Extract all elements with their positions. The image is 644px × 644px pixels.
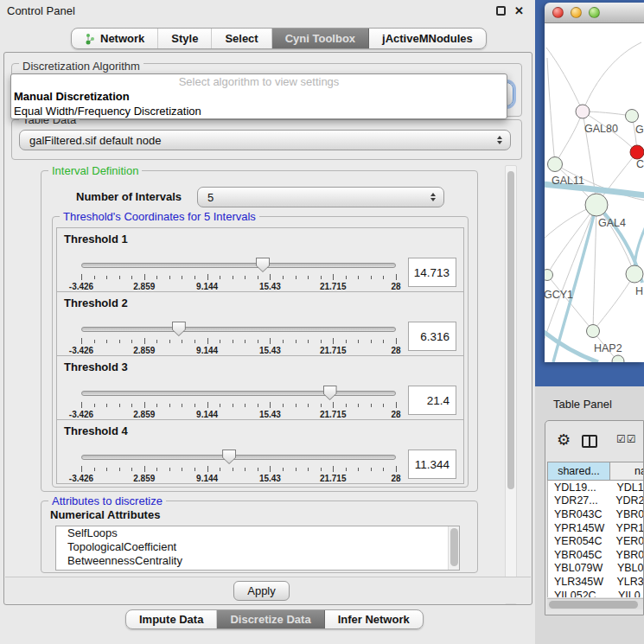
tab-jactivemnodules[interactable]: jActiveMNodules — [369, 29, 486, 48]
tab-discretize-data[interactable]: Discretize Data — [217, 610, 324, 628]
tick-label: 15.43 — [259, 346, 281, 355]
slider-track[interactable] — [81, 391, 396, 396]
tab-impute-data[interactable]: Impute Data — [126, 610, 217, 628]
node-h[interactable] — [626, 265, 643, 283]
table-scrollbar-thumb[interactable] — [549, 601, 638, 609]
apply-button[interactable]: Apply — [233, 581, 290, 601]
threshold-slider-4[interactable]: -3.4262.8599.14415.4321.71528 — [81, 444, 396, 484]
threshold-panel-4: Threshold 4-3.4262.8599.14415.4321.71528… — [56, 419, 464, 484]
table-data-combobox[interactable]: galFiltered.sif default node — [19, 130, 511, 150]
table-row[interactable]: YDL19...YDL1 — [548, 481, 643, 494]
threshold-value-field[interactable]: 21.4 — [408, 386, 456, 415]
tab-select[interactable]: Select — [212, 29, 271, 48]
threshold-slider-2[interactable]: -3.4262.8599.14415.4321.71528 — [81, 316, 396, 356]
tick-mark — [245, 276, 245, 279]
apply-row: Apply — [5, 577, 531, 603]
slider-thumb[interactable] — [222, 450, 236, 464]
tick-mark — [220, 340, 220, 343]
node-gal11[interactable] — [548, 157, 563, 172]
table-row[interactable]: YDR27...YDR2 — [548, 494, 643, 508]
zoom-traffic-light-icon[interactable] — [589, 7, 600, 18]
combo-arrows-icon — [430, 193, 436, 201]
node-red-selected[interactable] — [630, 145, 644, 159]
tick-mark — [270, 338, 271, 344]
cell-name: YBR0 — [609, 549, 643, 561]
cyni-toolbox-panel: Discretization Algorithm Select algorith… — [3, 52, 532, 605]
tick-mark — [220, 468, 220, 471]
table-row[interactable]: YBL079WYBL0 — [548, 562, 643, 576]
panel-vertical-scrollbar[interactable] — [505, 165, 517, 604]
select-columns-icon[interactable] — [616, 433, 637, 445]
close-icon[interactable] — [514, 6, 524, 16]
table-row[interactable]: YBR045CYBR0 — [548, 548, 643, 562]
node-gal80[interactable] — [576, 105, 590, 118]
column-header-shared-name[interactable]: shared... — [548, 462, 610, 480]
list-item-topologicalcoefficient[interactable]: TopologicalCoefficient — [56, 540, 459, 554]
numerical-attributes-list[interactable]: SelfLoopsTopologicalCoefficientBetweenne… — [55, 526, 460, 571]
tick-mark — [131, 340, 132, 343]
tab-infer-network[interactable]: Infer Network — [325, 610, 423, 628]
table-row[interactable]: YIL052CYIL0 — [548, 589, 643, 597]
tick-mark — [182, 468, 182, 471]
column-header-name[interactable]: na — [610, 462, 643, 480]
node-top-right[interactable] — [626, 110, 639, 123]
tick-mark — [396, 338, 397, 344]
number-of-intervals-value: 5 — [207, 191, 214, 204]
tick-label: 21.715 — [320, 346, 347, 355]
cell-name: YDR2 — [608, 494, 643, 507]
number-of-intervals-combobox[interactable]: 5 — [197, 187, 444, 207]
slider-track[interactable] — [81, 263, 396, 268]
threshold-label: Threshold 3 — [64, 360, 456, 373]
network-canvas[interactable]: GAL80 G C GAL11 GAL4 GCY1 H HAP2 — [545, 23, 644, 362]
tick-mark — [346, 340, 347, 343]
table-row[interactable]: YLR345WYLR3 — [548, 575, 643, 589]
tick-mark — [308, 340, 309, 343]
tick-label: 2.859 — [133, 474, 155, 483]
list-item-selfloops[interactable]: SelfLoops — [56, 526, 459, 540]
node-gal4[interactable] — [585, 194, 608, 216]
list-scrollbar-thumb[interactable] — [450, 528, 458, 566]
panel-scrollbar-thumb[interactable] — [507, 171, 514, 489]
table-row[interactable]: YBR043CYBR0 — [548, 507, 643, 521]
slider-thumb[interactable] — [323, 386, 337, 400]
table-row[interactable]: YPR145WYPR1 — [548, 521, 643, 535]
node-hap2[interactable] — [587, 325, 600, 338]
tab-style[interactable]: Style — [158, 29, 212, 48]
tick-mark — [106, 276, 107, 279]
tick-label: 15.43 — [259, 410, 281, 419]
slider-track[interactable] — [81, 327, 396, 332]
algorithm-option-2[interactable]: Equal Width/Frequency Discretization — [11, 104, 507, 118]
list-item-betweennesscentrality[interactable]: BetweennessCentrality — [56, 554, 459, 568]
threshold-panels: Threshold 1-3.4262.8599.14415.4321.71528… — [56, 227, 464, 484]
list-scrollbar[interactable] — [448, 526, 459, 570]
threshold-slider-1[interactable]: -3.4262.8599.14415.4321.71528 — [81, 252, 396, 292]
network-window-titlebar[interactable] — [545, 3, 644, 23]
float-window-icon[interactable] — [496, 6, 506, 16]
minimize-traffic-light-icon[interactable] — [571, 7, 582, 18]
threshold-value-field[interactable]: 11.344 — [408, 450, 456, 479]
threshold-slider-3[interactable]: -3.4262.8599.14415.4321.71528 — [81, 380, 396, 420]
cell-name: YBR0 — [609, 508, 643, 520]
cell-name: YLR3 — [609, 576, 643, 588]
threshold-value-field[interactable]: 6.316 — [408, 322, 456, 351]
gear-icon[interactable] — [557, 430, 571, 450]
close-traffic-light-icon[interactable] — [552, 7, 564, 18]
table-row[interactable]: YER054CYER0 — [548, 534, 643, 548]
slider-thumb[interactable] — [172, 322, 186, 336]
tab-cyni-toolbox[interactable]: Cyni Toolbox — [272, 29, 369, 48]
tick-mark — [383, 404, 384, 407]
algorithm-option-1[interactable]: Manual Discretization — [11, 89, 507, 104]
tick-mark — [283, 404, 284, 407]
table-horizontal-scrollbar[interactable] — [547, 598, 643, 609]
tick-label: 2.859 — [133, 346, 155, 355]
slider-track[interactable] — [81, 455, 396, 460]
window-title: Control Panel — [7, 4, 75, 17]
algorithm-prompt-item: Select algorithm to view settings — [11, 74, 507, 89]
threshold-value-field[interactable]: 14.713 — [408, 258, 456, 287]
tab-label: Infer Network — [338, 613, 410, 626]
tab-network[interactable]: Network — [72, 29, 158, 48]
node-gcy1[interactable] — [545, 270, 553, 281]
column-layout-icon[interactable] — [582, 435, 597, 448]
network-graph: GAL80 G C GAL11 GAL4 GCY1 H HAP2 — [545, 23, 644, 362]
slider-thumb[interactable] — [256, 258, 270, 272]
